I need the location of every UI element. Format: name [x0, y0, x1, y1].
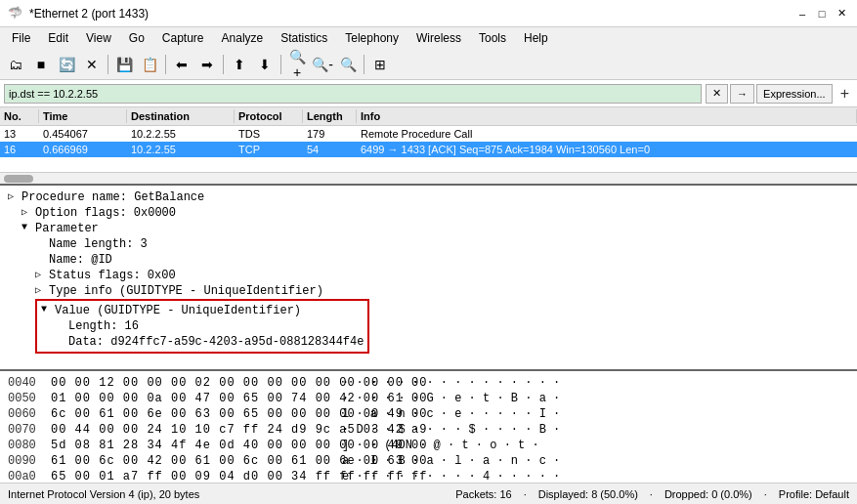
toolbar-down[interactable]: ⬇: [253, 53, 277, 76]
detail-line-optionflags[interactable]: ▷ Option flags: 0x0000: [21, 205, 849, 221]
minimize-button[interactable]: –: [794, 6, 810, 21]
menu-file[interactable]: File: [4, 29, 38, 47]
close-button[interactable]: ✕: [834, 6, 849, 21]
hex-bytes: 01 00 00 00 0a 00 47 00 65 00 74 00 42 0…: [51, 392, 334, 405]
toolbar-zoom-in[interactable]: 🔍+: [285, 53, 309, 76]
filter-clear-button[interactable]: ✕: [706, 84, 728, 104]
menu-capture[interactable]: Capture: [154, 29, 212, 47]
detail-line-parameter[interactable]: ▼ Parameter: [21, 221, 849, 236]
detail-text: Value (GUIDTYPE - UniqueIdentifier): [55, 304, 364, 317]
status-bar: Internet Protocol Version 4 (ip), 20 byt…: [0, 483, 857, 504]
hex-row-0040[interactable]: 0040 00 00 12 00 00 00 02 00 00 00 00 00…: [8, 375, 849, 391]
detail-line-value[interactable]: ▼ Value (GUIDTYPE - UniqueIdentifier): [41, 303, 364, 318]
packet-dest: 10.2.2.55: [127, 143, 235, 156]
maximize-button[interactable]: □: [814, 6, 830, 21]
hex-ascii: a · l · B · a · l · a · n · c ·: [342, 454, 849, 468]
menu-telephony[interactable]: Telephony: [337, 29, 407, 47]
detail-toggle[interactable]: ▷: [21, 206, 35, 218]
hex-row-0090[interactable]: 0090 61 00 6c 00 42 00 61 00 6c 00 61 00…: [8, 453, 849, 469]
hex-row-0070[interactable]: 0070 00 44 00 00 24 10 10 c7 ff 24 d9 9c…: [8, 422, 849, 438]
detail-text: Parameter: [35, 222, 849, 235]
detail-line-namelen[interactable]: Name length: 3: [35, 236, 849, 252]
detail-toggle: [35, 237, 49, 248]
filter-input[interactable]: [4, 84, 702, 104]
hex-offset: 0050: [8, 392, 43, 405]
menu-bar: File Edit View Go Capture Analyze Statis…: [0, 27, 857, 49]
toolbar-forward[interactable]: ➡: [195, 53, 219, 76]
detail-line-length[interactable]: Length: 16: [55, 318, 364, 334]
menu-go[interactable]: Go: [121, 29, 152, 47]
packet-time: 0.666969: [39, 143, 127, 156]
status-sep-1: ·: [524, 488, 527, 500]
packet-info: Remote Procedure Call: [357, 127, 857, 141]
detail-line-typeinfo[interactable]: ▷ Type info (GUIDTYPE - UniqueIdentifier…: [35, 283, 849, 299]
menu-view[interactable]: View: [78, 29, 119, 47]
hex-bytes: 6c 00 61 00 6e 00 63 00 65 00 00 00 00 0…: [51, 407, 334, 421]
filter-expression-button[interactable]: Expression...: [756, 84, 833, 104]
menu-tools[interactable]: Tools: [471, 29, 514, 47]
toolbar-find[interactable]: ⊞: [368, 53, 392, 76]
menu-wireless[interactable]: Wireless: [408, 29, 469, 47]
detail-line-data[interactable]: Data: d924ffc7-a59c-4203-a95d-088128344f…: [55, 334, 364, 350]
packet-len: 179: [303, 127, 357, 141]
toolbar-restart[interactable]: 🔄: [55, 53, 78, 76]
window-controls: – □ ✕: [794, 6, 849, 21]
menu-statistics[interactable]: Statistics: [273, 29, 335, 47]
hex-bytes: 61 00 6c 00 42 00 61 00 6c 00 61 00 6e 0…: [51, 454, 334, 468]
col-header-time: Time: [39, 109, 127, 123]
detail-toggle[interactable]: ▷: [35, 284, 49, 296]
detail-toggle[interactable]: ▷: [35, 269, 49, 280]
hex-ascii: · · · · · · · · · · · · · · · ·: [342, 376, 849, 390]
filter-add-button[interactable]: +: [836, 85, 853, 103]
toolbar-up[interactable]: ⬆: [228, 53, 251, 76]
col-header-len: Length: [303, 109, 357, 123]
detail-toggle[interactable]: ▷: [8, 190, 21, 202]
packet-list: No. Time Destination Protocol Length Inf…: [0, 107, 857, 186]
toolbar-sep-3: [223, 55, 224, 74]
detail-line-procedure[interactable]: ▷ Procedure name: GetBalance: [8, 189, 849, 205]
toolbar-back[interactable]: ⬅: [170, 53, 193, 76]
menu-help[interactable]: Help: [516, 29, 556, 47]
hex-row-0080[interactable]: 0080 5d 08 81 28 34 4f 4e 0d 40 00 00 00…: [8, 438, 849, 453]
detail-toggle[interactable]: ▼: [21, 222, 35, 232]
menu-edit[interactable]: Edit: [40, 29, 76, 47]
hex-bytes: 00 00 12 00 00 00 02 00 00 00 00 00 00 0…: [51, 376, 334, 390]
status-sep-2: ·: [650, 488, 653, 500]
detail-line-statusflags[interactable]: ▷ Status flags: 0x00: [35, 268, 849, 283]
hex-offset: 0080: [8, 439, 43, 452]
packet-dest: 10.2.2.55: [127, 127, 235, 141]
status-dropped: Dropped: 0 (0.0%): [664, 488, 752, 500]
toolbar-sep-1: [107, 55, 108, 74]
detail-toggle: [55, 319, 68, 330]
packet-list-scrollbar[interactable]: [0, 172, 857, 184]
toolbar-zoom-fit[interactable]: 🔍: [336, 53, 360, 76]
packet-row-16[interactable]: 16 0.666969 10.2.2.55 TCP 54 6499 → 1433…: [0, 142, 857, 157]
detail-toggle[interactable]: ▼: [41, 304, 55, 315]
hex-ascii: e · · · · · · · · · 4 · · · · ·: [342, 470, 849, 483]
detail-pane: ▷ Procedure name: GetBalance ▷ Option fl…: [0, 186, 857, 371]
packet-proto: TDS: [235, 127, 303, 141]
detail-text: Option flags: 0x0000: [35, 206, 849, 220]
toolbar-copy[interactable]: 📋: [138, 53, 161, 76]
status-left-text: Internet Protocol Version 4 (ip), 20 byt…: [8, 488, 451, 500]
menu-analyze[interactable]: Analyze: [214, 29, 272, 47]
status-packets: Packets: 16: [455, 488, 511, 500]
hex-row-0050[interactable]: 0050 01 00 00 00 0a 00 47 00 65 00 74 00…: [8, 391, 849, 406]
toolbar-save[interactable]: 💾: [112, 53, 136, 76]
toolbar-close[interactable]: ✕: [80, 53, 104, 76]
toolbar-stop[interactable]: ■: [29, 53, 53, 76]
hex-row-00a0[interactable]: 00a0 65 00 01 a7 ff 00 09 04 d0 00 34 ff…: [8, 469, 849, 483]
status-sep-3: ·: [764, 488, 767, 500]
status-right: Packets: 16 · Displayed: 8 (50.0%) · Dro…: [455, 488, 849, 500]
toolbar-open[interactable]: 🗂: [4, 53, 27, 76]
packet-time: 0.454067: [39, 127, 127, 141]
packet-info: 6499 → 1433 [ACK] Seq=875 Ack=1984 Win=1…: [357, 143, 857, 156]
toolbar-zoom-out[interactable]: 🔍-: [311, 53, 334, 76]
detail-text: Type info (GUIDTYPE - UniqueIdentifier): [49, 284, 849, 298]
toolbar-sep-5: [364, 55, 364, 74]
filter-apply-button[interactable]: →: [730, 84, 754, 104]
col-header-dest: Destination: [127, 109, 235, 123]
detail-line-name[interactable]: Name: @ID: [35, 252, 849, 268]
hex-row-0060[interactable]: 0060 6c 00 61 00 6e 00 63 00 65 00 00 00…: [8, 406, 849, 422]
packet-row-13[interactable]: 13 0.454067 10.2.2.55 TDS 179 Remote Pro…: [0, 126, 857, 142]
